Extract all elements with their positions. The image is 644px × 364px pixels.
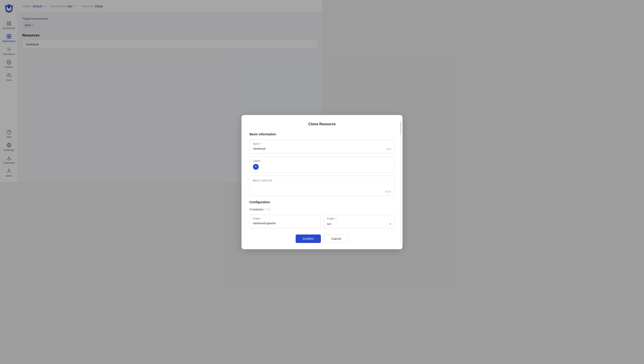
add-label-button[interactable]: + <box>253 164 259 170</box>
modal-overlay: Clone Resource Basic Information Name * … <box>0 0 322 182</box>
name-label: Name * <box>253 142 322 145</box>
description-field: 0/200 <box>250 176 322 182</box>
basic-info-heading: Basic Information <box>250 132 322 136</box>
name-field: Name * 9/30 <box>250 140 322 154</box>
labels-label: Labels <box>253 160 322 162</box>
name-required: * <box>260 142 261 145</box>
labels-field: Labels + <box>250 156 322 172</box>
modal-title: Clone Resource <box>250 122 322 126</box>
clone-resource-modal: Clone Resource Basic Information Name * … <box>242 115 322 182</box>
name-input[interactable] <box>253 147 322 150</box>
description-input[interactable] <box>253 179 322 182</box>
